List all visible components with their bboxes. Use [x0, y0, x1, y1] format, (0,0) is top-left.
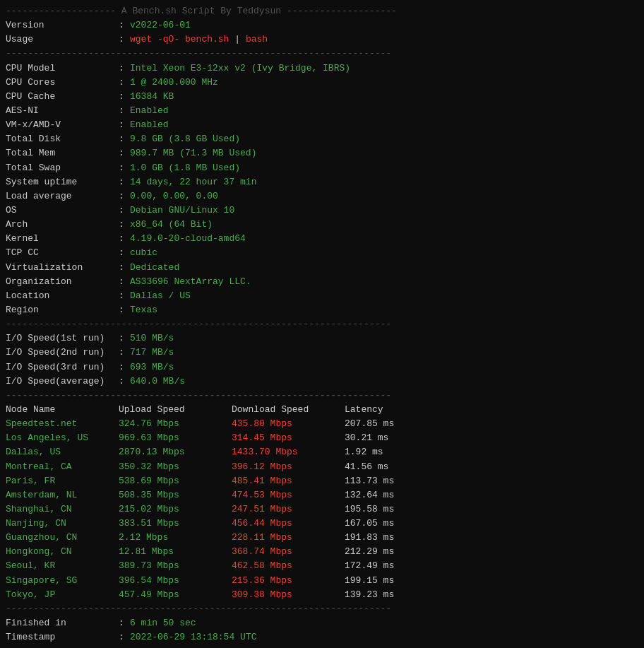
- node-name: Paris, FR: [6, 474, 119, 488]
- latency: 30.21 ms: [345, 431, 638, 445]
- node-name: Nanjing, CN: [6, 517, 119, 531]
- region-value: Texas: [130, 303, 638, 317]
- upload-speed: 12.81 Mbps: [119, 545, 232, 559]
- io-run2-label: I/O Speed(2nd run): [6, 346, 119, 360]
- latency: 195.58 ms: [345, 502, 638, 517]
- section-divider-3: ----------------------------------------…: [6, 389, 638, 403]
- os-value: Debian GNU/Linux 10: [130, 204, 638, 218]
- node-name: Los Angeles, US: [6, 431, 119, 445]
- tcp-cc-label: TCP CC: [6, 246, 119, 260]
- node-name: Guangzhou, CN: [6, 531, 119, 545]
- total-swap-value: 1.0 GB (1.8 MB Used): [130, 161, 638, 175]
- location-value: Dallas / US: [130, 289, 638, 303]
- io-avg-label: I/O Speed(average): [6, 375, 119, 389]
- usage-cmd: wget -qO- bench.sh: [130, 34, 229, 45]
- download-speed: 474.53 Mbps: [232, 488, 345, 502]
- header-divider: -------------------- A Bench.sh Script B…: [6, 4, 638, 18]
- network-table-header: Node Name Upload Speed Download Speed La…: [6, 403, 638, 417]
- region-label: Region: [6, 303, 119, 317]
- network-table-row: Montreal, CA 350.32 Mbps 396.12 Mbps 41.…: [6, 460, 638, 474]
- total-mem-value: 989.7 MB (71.3 MB Used): [130, 146, 638, 160]
- cpu-model-label: CPU Model: [6, 61, 119, 76]
- download-speed: 314.45 Mbps: [232, 431, 345, 445]
- total-disk-label: Total Disk: [6, 132, 119, 146]
- node-name: Shanghai, CN: [6, 502, 119, 517]
- kernel-label: Kernel: [6, 232, 119, 246]
- usage-shell: bash: [246, 34, 268, 45]
- io-run1-value: 510 MB/s: [130, 331, 638, 346]
- upload-speed: 457.49 Mbps: [119, 588, 232, 602]
- total-swap-label: Total Swap: [6, 161, 119, 175]
- uptime-value: 14 days, 22 hour 37 min: [130, 175, 638, 189]
- virt-label: Virtualization: [6, 261, 119, 275]
- vm-amd-value: Enabled: [130, 118, 638, 132]
- col-latency: Latency: [345, 403, 638, 417]
- usage-pipe: |: [234, 34, 240, 45]
- io-run1-label: I/O Speed(1st run): [6, 331, 119, 346]
- io-run3-value: 693 MB/s: [130, 360, 638, 375]
- download-speed: 435.80 Mbps: [232, 417, 345, 431]
- upload-speed: 324.76 Mbps: [119, 417, 232, 431]
- load-value: 0.00, 0.00, 0.00: [130, 189, 638, 204]
- cpu-cores-value: 1 @ 2400.000 MHz: [130, 76, 638, 90]
- arch-label: Arch: [6, 218, 119, 232]
- version-label: Version: [6, 18, 119, 33]
- usage-label: Usage: [6, 33, 119, 47]
- total-disk-value: 9.8 GB (3.8 GB Used): [130, 132, 638, 146]
- section-divider-5: ----------------------------------------…: [6, 644, 638, 648]
- upload-speed: 2.12 Mbps: [119, 531, 232, 545]
- version-row: Version : v2022-06-01 Usage : wget -qO- …: [6, 18, 638, 47]
- network-table-row: Guangzhou, CN 2.12 Mbps 228.11 Mbps 191.…: [6, 531, 638, 545]
- download-speed: 456.44 Mbps: [232, 517, 345, 531]
- network-table-row: Tokyo, JP 457.49 Mbps 309.38 Mbps 139.23…: [6, 588, 638, 602]
- col-node: Node Name: [6, 403, 119, 417]
- network-table-row: Shanghai, CN 215.02 Mbps 247.51 Mbps 195…: [6, 502, 638, 517]
- cpu-cache-label: CPU Cache: [6, 90, 119, 104]
- col-download: Download Speed: [232, 403, 345, 417]
- download-speed: 1433.70 Mbps: [232, 445, 345, 459]
- footer-info: Finished in : 6 min 50 sec Timestamp : 2…: [6, 616, 638, 644]
- upload-speed: 969.63 Mbps: [119, 431, 232, 445]
- node-name: Seoul, KR: [6, 559, 119, 573]
- network-speed-table: Node Name Upload Speed Download Speed La…: [6, 403, 638, 602]
- upload-speed: 383.51 Mbps: [119, 517, 232, 531]
- download-speed: 485.41 Mbps: [232, 474, 345, 488]
- network-table-row: Los Angeles, US 969.63 Mbps 314.45 Mbps …: [6, 431, 638, 445]
- node-name: Tokyo, JP: [6, 588, 119, 602]
- node-name: Speedtest.net: [6, 417, 119, 431]
- section-divider-4: ----------------------------------------…: [6, 602, 638, 616]
- node-name: Dallas, US: [6, 445, 119, 459]
- network-table-row: Dallas, US 2870.13 Mbps 1433.70 Mbps 1.9…: [6, 445, 638, 459]
- virt-value: Dedicated: [130, 261, 638, 275]
- timestamp-value: 2022-06-29 13:18:54 UTC: [130, 630, 638, 644]
- network-table-row: Seoul, KR 389.73 Mbps 462.58 Mbps 172.49…: [6, 559, 638, 573]
- tcp-cc-value: cubic: [130, 246, 638, 260]
- location-label: Location: [6, 289, 119, 303]
- download-speed: 309.38 Mbps: [232, 588, 345, 602]
- cpu-cache-value: 16384 KB: [130, 90, 638, 104]
- network-table-row: Nanjing, CN 383.51 Mbps 456.44 Mbps 167.…: [6, 517, 638, 531]
- latency: 167.05 ms: [345, 517, 638, 531]
- upload-speed: 538.69 Mbps: [119, 474, 232, 488]
- network-table-row: Singapore, SG 396.54 Mbps 215.36 Mbps 19…: [6, 574, 638, 588]
- latency: 207.85 ms: [345, 417, 638, 431]
- upload-speed: 215.02 Mbps: [119, 502, 232, 517]
- latency: 212.29 ms: [345, 545, 638, 559]
- download-speed: 396.12 Mbps: [232, 460, 345, 474]
- node-name: Montreal, CA: [6, 460, 119, 474]
- finished-label: Finished in: [6, 616, 119, 630]
- io-run2-value: 717 MB/s: [130, 346, 638, 360]
- io-avg-value: 640.0 MB/s: [130, 375, 638, 389]
- vm-amd-label: VM-x/AMD-V: [6, 118, 119, 132]
- latency: 139.23 ms: [345, 588, 638, 602]
- latency: 113.73 ms: [345, 474, 638, 488]
- download-speed: 247.51 Mbps: [232, 502, 345, 517]
- org-label: Organization: [6, 275, 119, 289]
- download-speed: 228.11 Mbps: [232, 531, 345, 545]
- upload-speed: 389.73 Mbps: [119, 559, 232, 573]
- network-table-row: Speedtest.net 324.76 Mbps 435.80 Mbps 20…: [6, 417, 638, 431]
- latency: 41.56 ms: [345, 460, 638, 474]
- upload-speed: 396.54 Mbps: [119, 574, 232, 588]
- latency: 199.15 ms: [345, 574, 638, 588]
- system-info: CPU Model : Intel Xeon E3-12xx v2 (Ivy B…: [6, 61, 638, 318]
